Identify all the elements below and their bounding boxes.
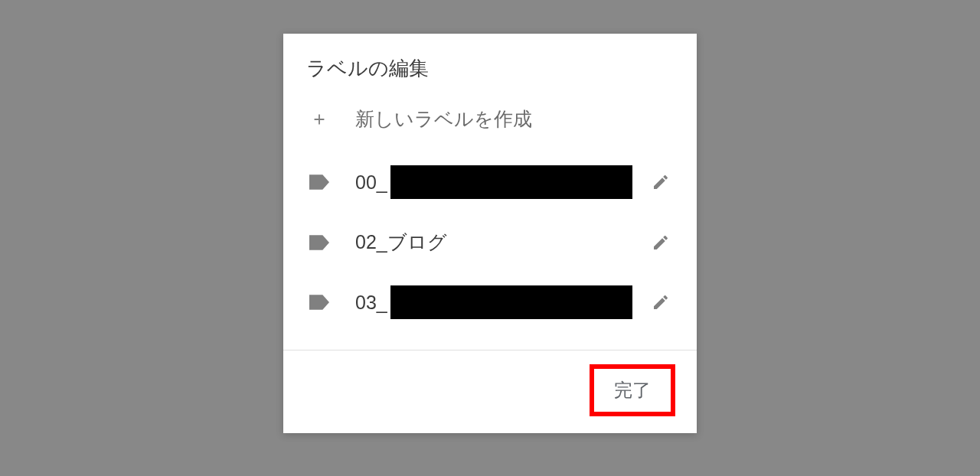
done-button[interactable]: 完了 <box>590 364 675 416</box>
plus-icon <box>306 111 332 128</box>
edit-icon[interactable] <box>648 293 674 311</box>
edit-labels-dialog: ラベルの編集 新しいラベルを作成 00_ <box>283 34 697 433</box>
redacted-block <box>390 165 632 199</box>
dialog-footer: 完了 <box>283 350 697 433</box>
dialog-title: ラベルの編集 <box>306 55 674 82</box>
dialog-content: 新しいラベルを作成 00_ 02_ブログ <box>283 91 697 350</box>
label-icon <box>306 234 332 251</box>
create-new-label-row[interactable]: 新しいラベルを作成 <box>306 91 674 150</box>
label-name: 00_ <box>355 171 387 194</box>
create-new-label-text: 新しいラベルを作成 <box>355 106 532 132</box>
dialog-header: ラベルの編集 <box>283 34 697 91</box>
label-icon <box>306 294 332 311</box>
label-icon <box>306 174 332 191</box>
label-row: 02_ブログ <box>306 214 674 270</box>
edit-icon[interactable] <box>648 173 674 191</box>
label-row: 03_ <box>306 270 674 334</box>
redacted-block <box>390 285 632 319</box>
label-row: 00_ <box>306 150 674 214</box>
label-name: 03_ <box>355 292 387 314</box>
label-name: 02_ブログ <box>355 230 447 255</box>
edit-icon[interactable] <box>648 233 674 252</box>
